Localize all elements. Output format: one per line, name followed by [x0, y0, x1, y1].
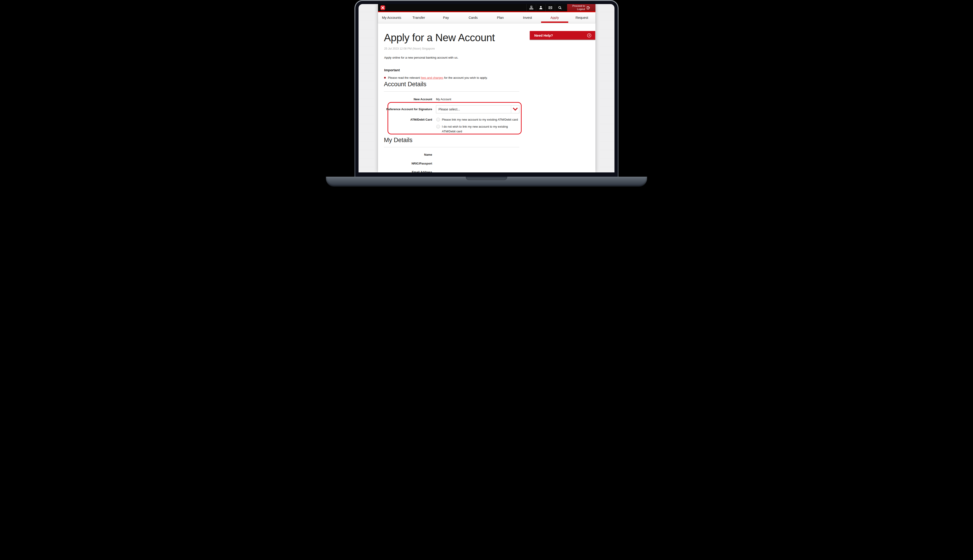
page-content: Need Help? ? Apply for a New Account 25 … [378, 23, 595, 172]
search-icon[interactable] [555, 4, 564, 11]
atm-debit-card-label: ATM/Debit Card [384, 118, 432, 121]
reference-account-label: Reference Account for Signature [384, 107, 432, 111]
screen-background: Proceed to Logout [359, 4, 614, 172]
page-title: Apply for a New Account [384, 32, 495, 44]
timestamp: 25 Jul 2023 12:08 PM (Noon) Singapore [384, 47, 435, 50]
important-heading: Important [384, 68, 400, 72]
email-address-label: Email Address [384, 170, 432, 172]
nav-item-pay[interactable]: Pay [432, 12, 460, 23]
important-note-text: Please read the relevant fees and charge… [388, 76, 488, 79]
nav-item-my-accounts[interactable]: My Accounts [378, 12, 405, 23]
need-help-banner[interactable]: Need Help? ? [530, 31, 595, 40]
banking-webpage: Proceed to Logout [378, 4, 595, 172]
bullet-square-icon [384, 77, 386, 78]
nav-item-invest[interactable]: Invest [514, 12, 541, 23]
logout-label: Proceed to Logout [572, 5, 585, 11]
need-help-label: Need Help? [534, 33, 553, 37]
laptop-bezel: Proceed to Logout [355, 1, 618, 177]
radio-option-no-link-card[interactable]: I do not wish to link my new account to … [436, 125, 518, 134]
nav-item-plan[interactable]: Plan [487, 12, 514, 23]
laptop-base [326, 177, 647, 187]
radio-option-label: Please link my new account to my existin… [442, 117, 518, 122]
new-account-value: My Account [436, 98, 451, 101]
radio-option-label: I do not wish to link my new account to … [442, 125, 518, 134]
dbs-logo[interactable] [380, 5, 385, 10]
radio-option-link-card[interactable]: Please link my new account to my existin… [436, 117, 518, 122]
reference-account-select-value: Please select... [438, 107, 460, 111]
proceed-to-logout-button[interactable]: Proceed to Logout [567, 4, 595, 11]
laptop-hinge-notch [466, 177, 507, 180]
mail-icon[interactable] [545, 4, 555, 11]
topbar-spacer [385, 4, 527, 11]
nav-item-apply[interactable]: Apply [541, 12, 568, 23]
svg-text:?: ? [588, 34, 590, 37]
main-navigation: My Accounts Transfer Pay Cards Plan Inve… [378, 12, 595, 23]
top-black-bar: Proceed to Logout [378, 4, 595, 11]
nav-item-request[interactable]: Request [568, 12, 595, 23]
logout-icon [587, 6, 590, 10]
radio-button-icon[interactable] [436, 118, 440, 122]
nric-passport-label: NRIC/Passport [384, 162, 432, 165]
nav-item-transfer[interactable]: Transfer [405, 12, 432, 23]
new-account-label: New Account [384, 98, 432, 101]
account-details-heading: Account Details [384, 81, 426, 88]
laptop-screen-shell: Proceed to Logout [354, 0, 619, 177]
nav-item-cards[interactable]: Cards [460, 12, 487, 23]
profile-icon[interactable] [536, 4, 545, 11]
fees-and-charges-link[interactable]: fees and charges [421, 76, 443, 79]
important-note: Please read the relevant fees and charge… [384, 76, 488, 79]
reference-account-select[interactable]: Please select... [436, 105, 519, 113]
help-question-icon: ? [587, 33, 592, 38]
radio-button-icon[interactable] [436, 125, 440, 128]
sitemap-icon[interactable] [527, 4, 536, 11]
intro-text: Apply online for a new personal banking … [384, 56, 458, 59]
chevron-down-icon [511, 105, 519, 113]
name-label: Name [384, 153, 432, 157]
section-divider [384, 147, 519, 147]
my-details-heading: My Details [384, 137, 413, 144]
laptop-mockup: Proceed to Logout [324, 0, 649, 187]
